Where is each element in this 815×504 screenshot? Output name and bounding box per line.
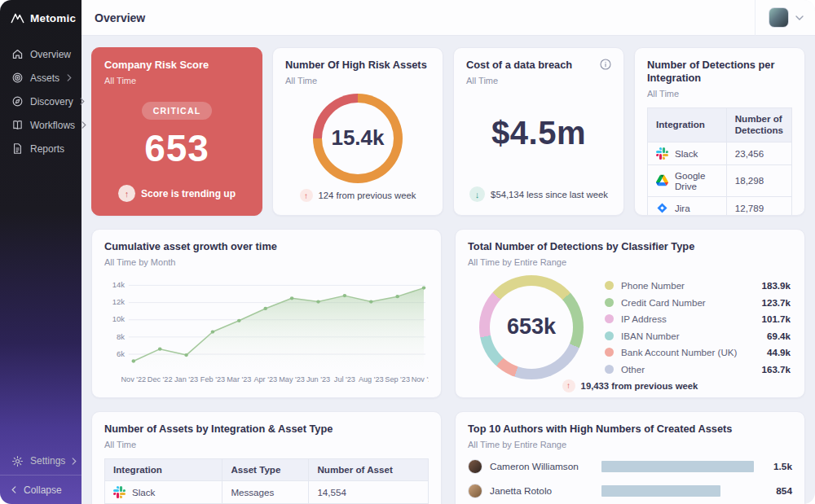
card-title: Number Of High Risk Assets	[285, 59, 430, 72]
column-header: Asset Type	[222, 458, 309, 480]
x-tick-label: Nov '23	[412, 375, 429, 383]
x-tick-label: Sep '23	[385, 375, 410, 383]
sidebar-item-reports[interactable]: Reports	[0, 137, 82, 160]
x-tick-label: Jun '23	[306, 375, 330, 383]
slack-icon	[113, 486, 126, 498]
data-point[interactable]	[422, 286, 426, 289]
table-cell: Slack	[648, 142, 727, 164]
data-point[interactable]	[290, 296, 294, 300]
legend-item[interactable]: Other163.7k	[605, 364, 791, 375]
chevron-left-icon	[11, 486, 16, 493]
bar-track	[601, 461, 754, 472]
trend-label: 19,433 from previous week	[581, 381, 698, 391]
collapse-button[interactable]: Collapse	[0, 476, 82, 504]
card-title: Company Risk Score	[104, 59, 249, 72]
bar-track	[601, 485, 754, 497]
sidebar-item-workflows[interactable]: Workflows	[0, 113, 82, 137]
area-chart: 6k8k10k12k14kNov '22Dec '22Jan '23Feb '2…	[104, 272, 429, 387]
table-cell: Slack	[105, 481, 222, 504]
y-tick-label: 12k	[112, 299, 126, 307]
data-point[interactable]	[395, 295, 399, 298]
sidebar-item-label: Settings	[30, 455, 65, 467]
legend-item[interactable]: Bank Account Number (UK)44.9k	[605, 347, 791, 357]
legend-color-dot	[605, 348, 614, 357]
sidebar-item-label: Workflows	[30, 120, 75, 131]
card-subtitle: All Time	[647, 89, 792, 99]
risk-score-value: 653	[104, 126, 249, 170]
detections-table: IntegrationNumber of DetectionsSlack23,4…	[647, 107, 792, 216]
data-point[interactable]	[237, 319, 241, 322]
classifier-total: 653k	[507, 314, 556, 340]
column-header: Integration	[105, 458, 222, 480]
collapse-label: Collapse	[24, 484, 62, 496]
author-avatar	[468, 484, 482, 498]
x-tick-label: May '23	[279, 375, 305, 383]
card-subtitle: All Time	[104, 76, 249, 85]
sidebar-item-label: Reports	[30, 143, 64, 155]
trend-label: $54,134 less since last week	[491, 190, 608, 199]
table-cell: Google Drive	[648, 164, 727, 196]
legend-item[interactable]: Credit Card Number123.7k	[605, 297, 791, 308]
author-avatar	[468, 459, 482, 474]
table-row: Slack23,456	[648, 142, 792, 164]
assets-icon	[11, 72, 24, 84]
sidebar-item-assets[interactable]: Assets	[0, 66, 82, 90]
data-point[interactable]	[211, 330, 215, 333]
chevron-right-icon	[67, 74, 72, 81]
card-title: Number of Assets by Integration & Asset …	[104, 423, 429, 436]
data-point[interactable]	[158, 348, 162, 351]
logo-text: Metomic	[30, 12, 76, 24]
y-tick-label: 8k	[117, 333, 125, 341]
sidebar: Metomic Overview Assets	[0, 0, 82, 504]
integration-label: Slack	[675, 148, 698, 159]
x-tick-label: Jul '23	[334, 375, 355, 383]
authors-list: Cameron Williamson1.5kJanetta Rotolo854D…	[468, 459, 792, 504]
legend-label: IP Address	[621, 313, 667, 324]
high-risk-gauge-donut: 15.4k	[313, 94, 403, 183]
sidebar-item-discovery[interactable]: Discovery	[0, 90, 82, 113]
sidebar-item-settings[interactable]: Settings	[0, 447, 82, 475]
author-value: 1.5k	[761, 461, 792, 472]
kpi-row: Company Risk Score All Time CRITICAL 653…	[91, 47, 805, 216]
data-point[interactable]	[132, 359, 136, 362]
data-point[interactable]	[263, 307, 267, 310]
author-bar[interactable]	[601, 485, 720, 497]
arrow-up-icon: ↑	[562, 379, 575, 392]
logo[interactable]: Metomic	[0, 0, 82, 36]
table-cell: 18,298	[726, 164, 791, 196]
asset-growth-card: Cumulative asset growth over time All Ti…	[91, 229, 442, 398]
legend-item[interactable]: IBAN Number69.4k	[605, 331, 791, 341]
legend-color-dot	[605, 281, 614, 290]
top-authors-card: Top 10 Authors with High Numbers of Crea…	[455, 411, 805, 504]
author-bar[interactable]	[601, 461, 754, 472]
slack-icon	[656, 147, 668, 160]
legend-color-dot	[605, 331, 614, 340]
integration-label: Jira	[675, 203, 690, 213]
top-header: Overview	[82, 0, 815, 36]
data-point[interactable]	[343, 294, 347, 297]
data-point[interactable]	[184, 353, 188, 357]
legend-item[interactable]: Phone Number183.9k	[605, 280, 791, 291]
card-subtitle: All Time by Entire Range	[468, 440, 792, 449]
chevron-down-icon[interactable]	[795, 15, 804, 20]
legend-color-dot	[605, 314, 614, 323]
detections-per-integration-card: Number of Detections per Integration All…	[634, 47, 805, 216]
high-risk-trend: ↑ 124 from previous week	[285, 189, 430, 204]
data-point[interactable]	[316, 300, 320, 303]
assets-by-integration-card: Number of Assets by Integration & Asset …	[91, 411, 442, 504]
integration-label: Google Drive	[675, 170, 718, 191]
trend-label: 124 from previous week	[319, 191, 416, 200]
sidebar-item-overview[interactable]: Overview	[0, 42, 82, 66]
legend-label: IBAN Number	[621, 331, 680, 341]
jira-icon	[656, 202, 668, 214]
classifier-trend: ↑ 19,433 from previous week	[468, 379, 792, 394]
arrow-down-icon: ↓	[469, 186, 485, 202]
x-tick-label: Mar '23	[227, 375, 251, 383]
data-point[interactable]	[369, 300, 373, 303]
risk-trend: ↑ Score is trending up	[104, 185, 249, 204]
table-row: SlackMessages14,554	[105, 481, 429, 504]
legend-item[interactable]: IP Address101.7k	[605, 313, 791, 324]
info-icon[interactable]	[600, 59, 611, 70]
user-avatar[interactable]	[769, 7, 789, 28]
classifier-legend: Phone Number183.9kCredit Card Number123.…	[605, 280, 792, 375]
